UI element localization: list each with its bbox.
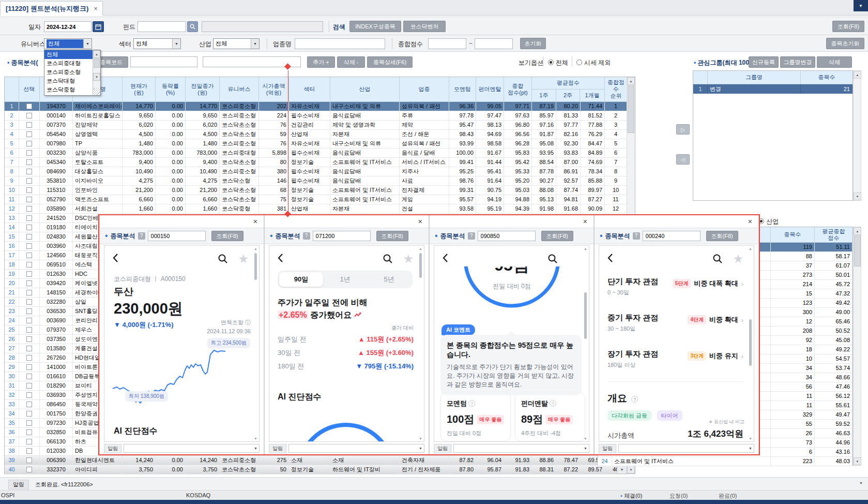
row-checkbox[interactable] bbox=[19, 102, 40, 111]
back-icon[interactable] bbox=[113, 253, 118, 265]
table-row[interactable]: 40332370아이디피3,7500.003,750코스닥초소형50정보기술하드… bbox=[5, 465, 627, 475]
group-delete-button[interactable]: 삭제 bbox=[817, 56, 852, 68]
scroll-down-icon[interactable]: ▼ bbox=[93, 73, 100, 81]
popup2-code-input[interactable] bbox=[313, 231, 371, 241]
chevron-down-icon[interactable]: ▼ bbox=[859, 481, 863, 485]
move-right-button[interactable]: ▷ bbox=[676, 124, 690, 135]
row-checkbox[interactable] bbox=[19, 204, 40, 213]
window-tab[interactable]: [11220] 퀀트분석(뉴지랭크) × bbox=[0, 1, 103, 16]
star-icon[interactable]: ★ bbox=[733, 252, 743, 266]
radio-off-icon[interactable] bbox=[576, 60, 582, 65]
group-new-button[interactable]: 신규등록 bbox=[749, 56, 779, 68]
row-checkbox[interactable] bbox=[19, 130, 40, 139]
resize-grip[interactable] bbox=[93, 88, 100, 95]
fund-name-input[interactable] bbox=[202, 21, 323, 32]
row-checkbox[interactable] bbox=[19, 419, 40, 427]
help-icon[interactable]: ? bbox=[468, 232, 475, 240]
back-icon[interactable] bbox=[278, 253, 283, 265]
row-checkbox[interactable] bbox=[19, 437, 40, 446]
row-checkbox[interactable] bbox=[19, 214, 40, 223]
alarm-dropdown[interactable]: ▼ bbox=[288, 444, 424, 453]
row-checkbox[interactable] bbox=[19, 353, 40, 362]
long-term-view[interactable]: 장기 투자 관점 180일 이상 3단계비중 유지› bbox=[607, 349, 743, 370]
row-checkbox[interactable] bbox=[19, 400, 40, 409]
row-dropdown-icon[interactable]: ▼ bbox=[617, 465, 627, 474]
delete-button[interactable]: 삭제 - bbox=[337, 56, 365, 68]
row-checkbox[interactable] bbox=[19, 363, 40, 372]
popup2-query-button[interactable]: 조회(F8) bbox=[376, 231, 408, 241]
popup1-code-input[interactable] bbox=[148, 231, 206, 241]
chevron-down-icon[interactable]: ▼ bbox=[251, 39, 259, 49]
add-button[interactable]: 추가 + bbox=[307, 56, 335, 68]
search-icon[interactable] bbox=[187, 21, 198, 32]
table-row[interactable]: 8084690대상홀딩스10,4900.0010,490코스피중소형380필수소… bbox=[5, 167, 627, 176]
date-input[interactable] bbox=[44, 21, 92, 32]
index-constituents-button[interactable]: INDEX구성종목 bbox=[349, 21, 401, 32]
back-icon[interactable] bbox=[443, 253, 448, 265]
scrollbar-thumb[interactable] bbox=[94, 58, 100, 68]
row-checkbox[interactable] bbox=[19, 242, 40, 250]
row-checkbox[interactable] bbox=[19, 149, 40, 157]
row-checkbox[interactable] bbox=[19, 186, 40, 195]
popup4-code-input[interactable] bbox=[643, 231, 701, 241]
table-row[interactable]: 39006390한일현대시멘트14,2400.0014,240코스피중소형275… bbox=[5, 456, 627, 465]
row-checkbox[interactable] bbox=[19, 428, 40, 437]
move-left-button[interactable]: ◁ bbox=[676, 154, 690, 165]
chevron-down-icon[interactable]: ▼ bbox=[83, 39, 92, 49]
scroll-up-icon[interactable]: ▲ bbox=[627, 77, 635, 85]
search-icon[interactable] bbox=[383, 254, 393, 266]
scrollbar-thumb[interactable] bbox=[584, 292, 587, 339]
universe-select[interactable]: 전체 ▼ bbox=[44, 38, 92, 49]
dropdown-item[interactable]: 전체 bbox=[44, 50, 93, 59]
row-checkbox[interactable] bbox=[19, 372, 40, 381]
score-min-input[interactable] bbox=[428, 38, 466, 49]
completed-orders-label[interactable]: 완료(0) bbox=[719, 492, 737, 500]
scrollbar-thumb[interactable] bbox=[419, 253, 422, 278]
popup3-query-button[interactable]: 조회(F8) bbox=[541, 231, 573, 241]
row-checkbox[interactable] bbox=[19, 325, 40, 334]
close-icon[interactable]: × bbox=[418, 217, 422, 226]
scroll-up-icon[interactable]: ▲ bbox=[254, 247, 257, 250]
query-button[interactable]: 조회(F8) bbox=[832, 21, 864, 32]
row-checkbox[interactable] bbox=[19, 288, 40, 297]
tab-5y[interactable]: 5년 bbox=[367, 272, 411, 287]
scroll-down-icon[interactable]: ▼ bbox=[749, 437, 752, 440]
scrollbar-thumb[interactable] bbox=[628, 85, 634, 133]
reset-button[interactable]: 초기화 bbox=[520, 38, 546, 49]
dropdown-item[interactable]: 코스피중대형 bbox=[44, 59, 93, 68]
stock-reset-button[interactable]: 종목초기화 bbox=[826, 38, 864, 49]
popup1-query-button[interactable]: 조회(F8) bbox=[211, 231, 243, 241]
row-checkbox[interactable] bbox=[19, 232, 40, 241]
help-icon[interactable]: ? bbox=[633, 232, 640, 240]
short-term-view[interactable]: 단기 투자 관점 0 ~ 30일 5단계비중 대폭 확대› bbox=[607, 277, 743, 298]
alarm-dropdown[interactable]: ▼ bbox=[124, 444, 260, 453]
close-icon[interactable]: × bbox=[583, 217, 587, 226]
table-row[interactable]: 3007370진양제약6,0200.006,020코스닥초소형76건강관리제약 … bbox=[5, 121, 627, 130]
table-row[interactable]: 6003230삼양식품783,0000.00783,000코스피중대형5,898… bbox=[5, 149, 627, 158]
scroll-down-icon[interactable]: ▼ bbox=[854, 192, 861, 200]
star-icon[interactable]: ★ bbox=[403, 252, 414, 266]
table-row[interactable]: 10115310인포바인21,2000.0021,200코스닥초소형68정보기술… bbox=[5, 186, 627, 195]
row-checkbox[interactable] bbox=[19, 298, 40, 306]
mid-term-view[interactable]: 중기 투자 관점 30 ~ 180일 4단계비중 확대› bbox=[607, 313, 743, 334]
dropdown-item[interactable]: 코스닥대형 bbox=[44, 77, 93, 85]
industry-radio[interactable]: 산업 bbox=[758, 218, 779, 225]
scroll-up-icon[interactable]: ▲ bbox=[854, 227, 861, 235]
alarm-dropdown[interactable]: ▼ bbox=[453, 444, 589, 453]
watch-group-scrollbar[interactable]: ▲ ▼ bbox=[853, 70, 861, 201]
scroll-up-icon[interactable]: ▲ bbox=[854, 71, 861, 79]
table-row[interactable]: 1194370제이에스코퍼레이션14,7700.0014,770코스피중소형20… bbox=[5, 102, 627, 111]
scroll-down-icon[interactable]: ▼ bbox=[854, 457, 861, 465]
radio-on-icon[interactable] bbox=[548, 60, 554, 65]
industry-scrollbar[interactable]: ▲ ▼ bbox=[853, 227, 861, 466]
radio-exclude-quotes[interactable]: 시세 제외 bbox=[576, 58, 611, 67]
stock-detail-button[interactable]: 종목상세(F6) bbox=[367, 56, 413, 68]
table-row[interactable]: 2000140하이트진로홀딩스9,6500.009,650코스피중소형224필수… bbox=[5, 111, 627, 121]
popup4-query-button[interactable]: 조회(F8) bbox=[706, 231, 738, 241]
row-checkbox[interactable] bbox=[19, 409, 40, 418]
upjong-input[interactable] bbox=[295, 38, 385, 49]
row-checkbox[interactable] bbox=[19, 251, 40, 260]
row-checkbox[interactable] bbox=[19, 121, 40, 129]
row-checkbox[interactable] bbox=[19, 381, 40, 390]
dropdown-item[interactable]: 코스닥중형 bbox=[44, 85, 93, 94]
